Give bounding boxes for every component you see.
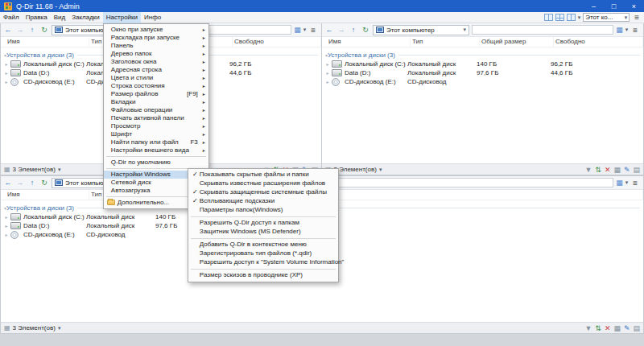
chevron-down-icon: ▾ <box>625 14 628 21</box>
back-button[interactable]: ← <box>3 179 13 187</box>
view-mode-button[interactable]: ▦ <box>294 26 301 34</box>
notes-icon[interactable]: ▤ <box>633 324 640 332</box>
notes-icon[interactable]: ▤ <box>633 166 640 174</box>
submenu-arrow-icon: ▸ <box>200 145 205 156</box>
drive-icon <box>10 60 21 68</box>
menu-edit[interactable]: Правка <box>23 12 51 23</box>
forward-button[interactable]: → <box>15 179 25 187</box>
pane-toolbar-right: ▦ ▾ ≡ <box>616 179 641 187</box>
filter-icon[interactable]: ▼ <box>584 324 592 332</box>
menu-bookmarks[interactable]: Закладки <box>68 12 103 23</box>
filter-icon[interactable]: ▼ <box>584 166 592 174</box>
cd-drive-icon <box>332 78 340 86</box>
main-menu-hamburger-button[interactable]: ≡ <box>632 13 642 22</box>
table-row[interactable]: ▸ Data (D:)Локальный диск97,6 ГБ44,6 ГБ <box>322 68 643 77</box>
refresh-button[interactable]: ↻ <box>39 26 49 34</box>
menu-item-qdir-defaults[interactable]: Q-Dir по умолчанию <box>104 159 208 167</box>
refresh-button[interactable]: ↻ <box>39 179 49 187</box>
window-bottom-strip <box>0 334 644 346</box>
grid-view-icon[interactable]: ▦ <box>613 166 621 174</box>
view-mode-button[interactable]: ▦ <box>616 179 623 187</box>
expand-icon[interactable]: ▸ <box>2 232 10 237</box>
menu-view[interactable]: Вид <box>51 12 68 23</box>
expand-icon[interactable]: ▸ <box>324 61 332 67</box>
up-button[interactable]: ↑ <box>27 179 37 187</box>
expand-icon[interactable]: ▸ <box>2 223 10 229</box>
menu-file[interactable]: Файл <box>0 12 23 23</box>
expand-icon[interactable]: ▸ <box>2 70 10 76</box>
chevron-down-icon[interactable]: ▾ <box>625 179 629 186</box>
menu-settings[interactable]: Настройки Окно при запуске▸ Раскладка пр… <box>103 12 141 23</box>
layout-4-panes-button[interactable] <box>555 14 564 21</box>
swap-panes-icon[interactable]: ⇅ <box>595 166 601 174</box>
layout-2-panes-button[interactable] <box>544 14 553 21</box>
chevron-down-icon[interactable]: ▾ <box>625 27 629 33</box>
column-header-size[interactable]: Общий размер <box>480 37 554 47</box>
submenu-item[interactable]: Разрешить доступ к "System Volume Inform… <box>188 258 338 267</box>
delete-icon[interactable]: ✕ <box>605 166 611 174</box>
computer-icon <box>376 27 384 33</box>
menu-bar: Файл Правка Вид Закладки Настройки Окно … <box>0 12 644 23</box>
drive-icon <box>10 69 21 76</box>
column-header-name[interactable]: Имя <box>327 37 411 47</box>
drive-icon <box>10 222 21 229</box>
layout-caret-icon[interactable]: ▾ <box>578 14 581 21</box>
quick-address-combo[interactable]: Этот ко... ▾ <box>583 13 630 22</box>
expand-icon[interactable]: ▸ <box>2 79 10 84</box>
submenu-item[interactable]: Защитник Windows (MS Defender) <box>188 228 338 237</box>
cd-drive-icon <box>10 231 19 239</box>
pane-menu-button[interactable]: ≡ <box>630 179 640 187</box>
edit-icon[interactable]: ✎ <box>624 166 630 174</box>
pane-menu-button[interactable]: ≡ <box>308 26 318 35</box>
maximize-button[interactable]: □ <box>604 0 624 12</box>
filter-input[interactable] <box>472 25 613 35</box>
column-header-free[interactable]: Свободно <box>554 37 643 47</box>
cd-drive-icon <box>10 78 19 86</box>
chevron-down-icon[interactable]: ▾ <box>303 27 307 33</box>
folder-icon <box>107 200 115 205</box>
group-header[interactable]: ▾ Устройства и диски (3) <box>322 50 643 60</box>
expand-icon[interactable]: ▸ <box>324 70 332 76</box>
up-button[interactable]: ↑ <box>349 26 358 34</box>
table-row[interactable]: ▸ CD-дисковод (E:)CD-дисковод <box>322 77 643 86</box>
chevron-down-icon[interactable]: ▾ <box>58 167 61 173</box>
settings-dropdown-menu: Окно при запуске▸ Раскладка при запуске▸… <box>103 23 209 209</box>
grid-view-icon[interactable]: ▦ <box>613 324 621 332</box>
window-controls: – □ × <box>584 0 644 12</box>
edit-icon[interactable]: ✎ <box>624 324 630 332</box>
chevron-down-icon[interactable]: ▾ <box>379 167 382 173</box>
expand-icon[interactable]: ▸ <box>324 79 332 84</box>
forward-button[interactable]: → <box>336 26 346 34</box>
view-mode-button[interactable]: ▦ <box>616 26 623 34</box>
swap-panes-icon[interactable]: ⇅ <box>595 324 601 332</box>
up-button[interactable]: ↑ <box>27 26 37 34</box>
drive-icon <box>332 69 342 76</box>
chevron-down-icon[interactable]: ▾ <box>58 325 61 332</box>
menu-info[interactable]: Инфо <box>141 12 164 23</box>
column-header-type[interactable]: Тип <box>411 37 480 47</box>
layout-3-panes-button[interactable] <box>567 14 576 21</box>
app-icon <box>4 2 12 10</box>
title-bar: Q-Dir 11.68 - Admin – □ × <box>0 0 644 12</box>
delete-icon[interactable]: ✕ <box>605 324 611 332</box>
column-header-free[interactable]: Свободно <box>233 37 321 47</box>
expand-icon[interactable]: ▸ <box>2 214 10 220</box>
column-header-name[interactable]: Имя <box>6 37 89 47</box>
table-row[interactable]: ▸ Локальный диск (C:)Локальный диск140 Г… <box>322 60 643 68</box>
refresh-button[interactable]: ↻ <box>361 26 370 34</box>
submenu-item[interactable]: Размер эскизов в проводнике (XP) <box>188 271 338 280</box>
expand-icon[interactable]: ▸ <box>2 61 10 67</box>
chevron-down-icon: ▾ <box>463 27 466 33</box>
column-header-name[interactable]: Имя <box>6 190 89 200</box>
status-tools: ▼ ⇅ ✕ ▦ ✎ ▤ <box>584 166 640 174</box>
pane-menu-button[interactable]: ≡ <box>630 26 640 35</box>
menu-item[interactable]: Настройки внешнего вида▸ <box>104 146 208 154</box>
back-button[interactable]: ← <box>3 26 13 34</box>
back-button[interactable]: ← <box>324 26 334 34</box>
window-title: Q-Dir 11.68 - Admin <box>16 2 80 10</box>
address-bar[interactable]: Этот компьютер ▾ <box>373 25 469 35</box>
submenu-item[interactable]: Параметры папок(Windows) <box>188 206 338 215</box>
forward-button[interactable]: → <box>15 26 25 34</box>
close-button[interactable]: × <box>624 0 644 12</box>
minimize-button[interactable]: – <box>584 0 604 12</box>
